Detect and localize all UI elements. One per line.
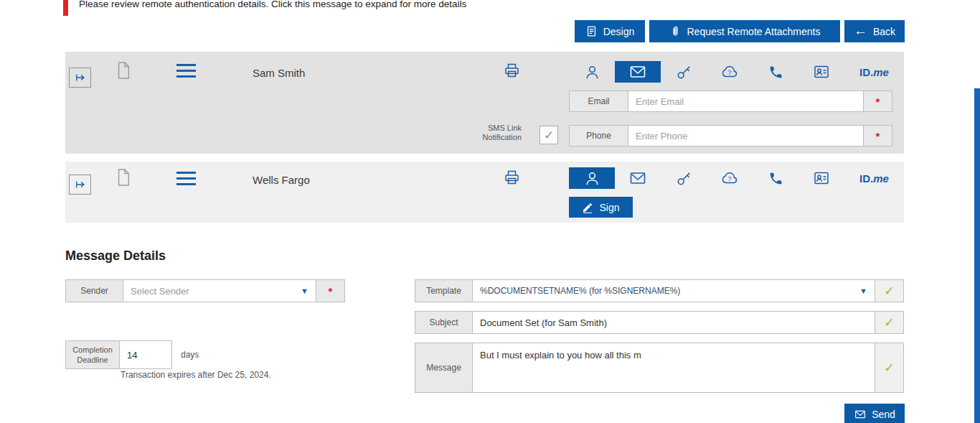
- sms-link-notification-label: SMS Link Notification: [457, 124, 522, 142]
- phone-icon: [768, 171, 783, 186]
- idme-logo: ID.: [859, 66, 873, 78]
- send-transaction-page: Please review remote authentication deta…: [0, 0, 980, 423]
- cloud-question-icon: ?: [721, 169, 738, 187]
- send-button[interactable]: Send: [844, 404, 905, 423]
- back-button[interactable]: ← Back: [844, 20, 905, 42]
- auth-method-email[interactable]: [615, 61, 661, 83]
- subject-field-group: Subject ✓: [415, 311, 904, 334]
- phone-input[interactable]: [628, 126, 863, 146]
- envelope-icon: [629, 63, 646, 80]
- auth-method-id-card[interactable]: [798, 61, 844, 83]
- auth-method-in-person[interactable]: [569, 61, 615, 83]
- svg-text:?: ?: [727, 69, 731, 76]
- completion-deadline-input[interactable]: [120, 341, 171, 368]
- auth-method-key[interactable]: [661, 167, 707, 189]
- signing-order-button[interactable]: [69, 175, 91, 195]
- signer-name: Wells Fargo: [253, 174, 310, 186]
- template-field-group: Template %DOCUMENTSETNAME% (for %SIGNERN…: [415, 279, 904, 302]
- chevron-down-icon: ▼: [859, 287, 867, 295]
- paperclip-icon: [669, 25, 682, 37]
- notification-message: Please review remote authentication deta…: [79, 0, 466, 9]
- template-dropdown[interactable]: %DOCUMENTSETNAME% (for %SIGNERNAME%) ▼: [473, 280, 875, 302]
- print-icon[interactable]: [503, 169, 521, 188]
- template-valid-check-icon: ✓: [875, 280, 903, 302]
- subject-valid-check-icon: ✓: [875, 312, 903, 333]
- phone-icon: [768, 65, 783, 80]
- auth-method-phone[interactable]: [753, 61, 798, 83]
- phone-label: Phone: [570, 126, 628, 146]
- idme-logo: ID.: [859, 172, 873, 185]
- signing-order-button[interactable]: [69, 68, 91, 88]
- id-card-icon: [813, 63, 830, 80]
- print-icon[interactable]: [503, 62, 521, 81]
- key-icon: [676, 170, 692, 187]
- signer-row-sam-smith: Sam Smith ? ID.me: [65, 52, 904, 154]
- auth-method-email[interactable]: [615, 167, 661, 189]
- subject-input[interactable]: [473, 312, 875, 333]
- flow-arrow-icon: [74, 178, 87, 191]
- auth-method-phone[interactable]: [753, 167, 798, 189]
- pen-icon: [582, 202, 593, 213]
- sender-field-group: Sender Select Sender ▼ *: [65, 279, 345, 302]
- send-envelope-icon: [854, 409, 867, 420]
- key-icon: [676, 64, 692, 80]
- request-remote-attachments-button[interactable]: Request Remote Attachments: [649, 20, 840, 42]
- document-status-icon: [116, 167, 131, 190]
- template-label: Template: [415, 280, 473, 302]
- design-document-icon: [585, 25, 598, 37]
- auth-method-kba[interactable]: ?: [707, 167, 753, 189]
- auth-method-id-card[interactable]: [798, 167, 844, 189]
- notification-accent-bar: [63, 0, 68, 16]
- id-card-icon: [813, 169, 830, 187]
- subject-label: Subject: [415, 312, 473, 333]
- email-required-marker: *: [863, 91, 892, 111]
- signer-row-wells-fargo: Wells Fargo ? ID.me: [65, 162, 904, 223]
- document-status-icon: [116, 60, 131, 83]
- email-label: Email: [570, 91, 628, 111]
- auth-method-in-person[interactable]: [569, 167, 615, 189]
- design-button[interactable]: Design: [575, 20, 645, 42]
- deadline-expiry-note: Transaction expires after Dec 25, 2024.: [121, 370, 271, 380]
- email-field-group: Email *: [569, 90, 892, 112]
- person-icon: [584, 64, 600, 80]
- flow-arrow-icon: [74, 71, 87, 84]
- checkmark-icon: ✓: [544, 128, 554, 143]
- envelope-icon: [629, 169, 646, 187]
- message-valid-check-icon: ✓: [875, 343, 903, 392]
- person-icon: [584, 170, 600, 187]
- reorder-handle-icon[interactable]: [176, 64, 196, 81]
- deadline-unit-label: days: [181, 350, 199, 360]
- message-field-group: Message But I must explain to you how al…: [415, 343, 904, 393]
- message-textarea[interactable]: But I must explain to you how all this m: [473, 343, 875, 392]
- completion-deadline-group: Completion Deadline: [65, 340, 172, 369]
- phone-required-marker: *: [863, 126, 892, 146]
- email-input[interactable]: [628, 91, 863, 111]
- message-details-title: Message Details: [65, 248, 166, 264]
- chevron-down-icon: ▼: [301, 287, 308, 295]
- cloud-question-icon: ?: [721, 63, 738, 80]
- message-label: Message: [415, 343, 473, 392]
- svg-text:?: ?: [727, 175, 731, 182]
- auth-method-kba[interactable]: ?: [707, 61, 753, 83]
- auth-method-selector: ? ID.me: [569, 61, 904, 83]
- completion-deadline-label: Completion Deadline: [66, 341, 120, 368]
- auth-method-idme[interactable]: ID.me: [844, 167, 904, 189]
- back-arrow-icon: ←: [854, 24, 867, 37]
- auth-method-selector: ? ID.me: [569, 167, 904, 189]
- reorder-handle-icon[interactable]: [176, 172, 196, 189]
- sms-link-notification-checkbox[interactable]: ✓: [540, 126, 558, 144]
- sign-button[interactable]: Sign: [569, 197, 633, 218]
- phone-field-group: Phone *: [569, 125, 892, 147]
- auth-method-key[interactable]: [661, 61, 707, 83]
- signer-name: Sam Smith: [253, 67, 305, 79]
- sender-label: Sender: [66, 280, 123, 302]
- auth-method-idme[interactable]: ID.me: [844, 61, 904, 83]
- scrollbar-strip[interactable]: [974, 88, 980, 423]
- sender-required-marker: *: [316, 280, 344, 302]
- sender-dropdown[interactable]: Select Sender ▼: [123, 280, 316, 302]
